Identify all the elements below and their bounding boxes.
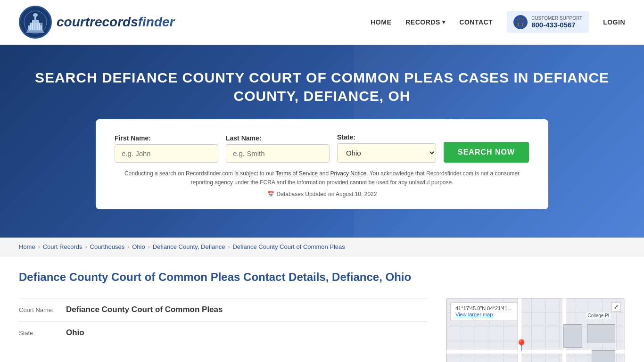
breadcrumb-sep-1: › — [38, 244, 40, 250]
breadcrumb-sep-3: › — [127, 244, 129, 250]
svg-rect-9 — [37, 23, 38, 30]
map-building-1 — [587, 324, 615, 343]
info-panel: Court Name: Defiance County Court of Com… — [19, 298, 427, 362]
content-grid: Court Name: Defiance County Court of Com… — [19, 298, 625, 362]
map-building-3 — [592, 350, 615, 362]
court-name-row: Court Name: Defiance County Court of Com… — [19, 298, 427, 321]
breadcrumb-sep-4: › — [148, 244, 150, 250]
logo-icon — [19, 6, 52, 39]
map-container: 📍 College Pl ⤢ 41°17'45.8"N 84°21'41... … — [446, 298, 625, 362]
calendar-icon: 📅 — [267, 191, 274, 197]
breadcrumb: Home › Court Records › Courthouses › Ohi… — [0, 238, 644, 256]
state-row: State: Ohio — [19, 321, 427, 344]
last-name-label: Last Name: — [226, 134, 330, 142]
map-building-2 — [563, 324, 582, 348]
hero-section: SEARCH DEFIANCE COUNTY COURT OF COMMON P… — [0, 45, 644, 238]
svg-rect-7 — [32, 23, 33, 30]
logo-text: courtrecordsfinder — [57, 15, 175, 30]
svg-rect-13 — [26, 32, 44, 33]
support-button[interactable]: 🎧 CUSTOMER SUPPORT 800-433-0567 — [507, 11, 589, 33]
privacy-link[interactable]: Privacy Notice — [330, 170, 367, 177]
search-box: First Name: Last Name: State: AlabamaAla… — [96, 119, 548, 209]
map-overlay: 41°17'45.8"N 84°21'41... View larger map — [450, 302, 517, 321]
map-coords: 41°17'45.8"N 84°21'41... — [455, 305, 512, 311]
svg-rect-10 — [39, 23, 40, 30]
svg-rect-8 — [34, 23, 35, 30]
breadcrumb-home[interactable]: Home — [19, 243, 35, 250]
search-fields: First Name: Last Name: State: AlabamaAla… — [115, 133, 529, 163]
breadcrumb-courthouses[interactable]: Courthouses — [90, 243, 125, 250]
logo-area: courtrecordsfinder — [19, 6, 175, 39]
svg-rect-11 — [41, 23, 42, 30]
login-button[interactable]: LOGIN — [603, 18, 625, 26]
terms-link[interactable]: Terms of Service — [276, 170, 318, 177]
main-nav: HOME RECORDS CONTACT 🎧 CUSTOMER SUPPORT … — [371, 11, 625, 33]
state-group: State: AlabamaAlaskaArizonaArkansasCalif… — [337, 133, 436, 163]
court-name-label: Court Name: — [19, 306, 61, 313]
map-panel: 📍 College Pl ⤢ 41°17'45.8"N 84°21'41... … — [446, 298, 625, 362]
view-larger-map-link[interactable]: View larger map — [455, 312, 493, 317]
breadcrumb-court[interactable]: Defiance County Court of Common Pleas — [232, 243, 345, 250]
map-expand-button[interactable]: ⤢ — [611, 302, 621, 312]
svg-point-5 — [33, 13, 38, 17]
last-name-input[interactable] — [226, 144, 330, 163]
breadcrumb-sep-5: › — [228, 244, 230, 250]
main-content: Defiance County Court of Common Pleas Co… — [0, 256, 644, 362]
map-road-v1 — [518, 298, 521, 362]
breadcrumb-court-records[interactable]: Court Records — [43, 243, 83, 250]
first-name-group: First Name: — [115, 134, 218, 163]
state-info-label: State: — [19, 329, 61, 337]
map-pin: 📍 — [514, 339, 528, 352]
nav-contact[interactable]: CONTACT — [459, 18, 493, 26]
support-text: CUSTOMER SUPPORT 800-433-0567 — [531, 16, 582, 29]
svg-rect-6 — [30, 23, 31, 30]
first-name-input[interactable] — [115, 144, 218, 163]
nav-home[interactable]: HOME — [371, 18, 391, 26]
site-header: courtrecordsfinder HOME RECORDS CONTACT … — [0, 0, 644, 45]
breadcrumb-sep-2: › — [85, 244, 87, 250]
last-name-group: Last Name: — [226, 134, 330, 163]
court-name-value: Defiance County Court of Common Pleas — [66, 305, 223, 314]
college-label: College Pl — [586, 313, 611, 319]
headset-icon: 🎧 — [513, 15, 528, 29]
svg-rect-12 — [27, 30, 43, 32]
state-info-value: Ohio — [66, 328, 84, 337]
search-now-button[interactable]: SEARCH NOW — [444, 142, 529, 163]
first-name-label: First Name: — [115, 134, 218, 142]
hero-title: SEARCH DEFIANCE COUNTY COURT OF COMMON P… — [19, 68, 625, 105]
state-select[interactable]: AlabamaAlaskaArizonaArkansasCaliforniaCo… — [337, 143, 436, 163]
state-label: State: — [337, 133, 436, 141]
disclaimer-text: Conducting a search on Recordsfinder.com… — [115, 169, 529, 187]
page-title: Defiance County Court of Common Pleas Co… — [19, 271, 625, 284]
db-update: 📅 Databases Updated on August 10, 2022 — [115, 191, 529, 197]
breadcrumb-defiance-county[interactable]: Defiance County, Defiance — [153, 243, 225, 250]
nav-records[interactable]: RECORDS — [405, 18, 445, 26]
breadcrumb-ohio[interactable]: Ohio — [132, 243, 145, 250]
